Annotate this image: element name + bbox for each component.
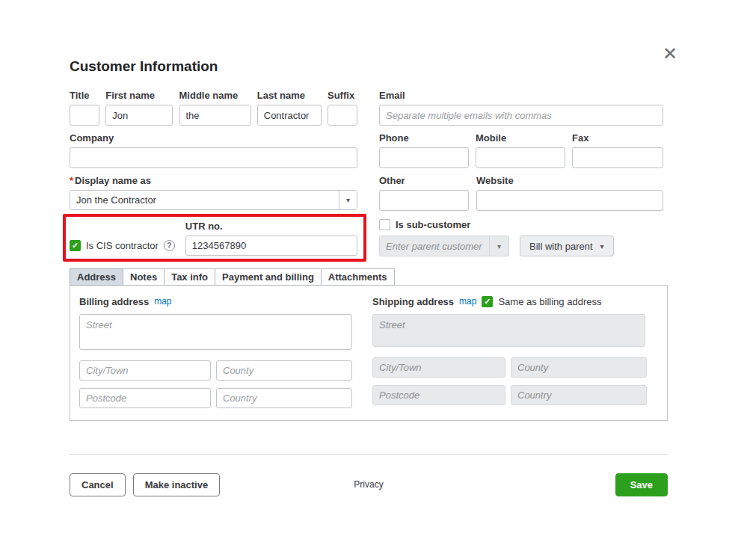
suffix-field: Suffix <box>328 90 357 126</box>
fax-label: Fax <box>572 132 663 144</box>
display-name-label: *Display name as <box>70 175 357 186</box>
cis-checkbox-group: ✓ Is CIS contractor ? <box>70 236 175 256</box>
billing-address-grid <box>79 360 362 408</box>
billing-address-column: Billing address map <box>79 295 362 408</box>
phone-field: Phone <box>379 132 469 168</box>
middle-name-field: Middle name <box>179 90 251 126</box>
sub-customer-checkbox[interactable] <box>379 219 390 230</box>
email-label: Email <box>379 90 663 101</box>
other-website-row: Other Website <box>379 175 663 211</box>
sub-customer-checkbox-group: Is sub-customer <box>379 219 663 230</box>
shipping-map-link[interactable]: map <box>459 296 476 307</box>
website-field: Website <box>476 175 663 211</box>
phone-label: Phone <box>379 132 469 144</box>
website-input[interactable] <box>476 190 663 211</box>
dialog-footer: Cancel Make inactive Privacy Save <box>70 473 668 496</box>
cancel-button[interactable]: Cancel <box>70 473 126 496</box>
display-name-field: *Display name as Jon the Contractor ▾ <box>70 175 357 211</box>
shipping-country-input <box>511 385 647 405</box>
shipping-street-input <box>372 314 645 347</box>
other-input[interactable] <box>379 190 469 211</box>
shipping-address-column: Shipping address map ✓ Same as billing a… <box>372 295 658 408</box>
shipping-address-title: Shipping address <box>372 296 454 307</box>
shipping-address-header: Shipping address map ✓ Same as billing a… <box>372 295 658 308</box>
title-field: Title <box>70 90 99 126</box>
billing-map-link[interactable]: map <box>154 296 171 307</box>
billing-country-input[interactable] <box>216 388 352 408</box>
fax-field: Fax <box>572 132 663 168</box>
other-label: Other <box>379 175 469 186</box>
billing-address-header: Billing address map <box>79 295 362 308</box>
display-name-label-text: Display name as <box>75 175 151 186</box>
sub-customer-label: Is sub-customer <box>396 219 470 230</box>
privacy-link[interactable]: Privacy <box>354 479 383 490</box>
mobile-field: Mobile <box>476 132 565 168</box>
middle-name-label: Middle name <box>179 90 251 101</box>
billing-city-input[interactable] <box>79 360 211 381</box>
last-name-field: Last name <box>257 90 322 126</box>
save-button[interactable]: Save <box>615 473 668 496</box>
title-input[interactable] <box>70 105 99 126</box>
first-name-label: First name <box>105 90 173 101</box>
cis-section: ✓ Is CIS contractor ? UTR no. <box>70 221 357 256</box>
billing-county-input[interactable] <box>216 360 352 381</box>
same-as-billing-checkbox[interactable]: ✓ <box>482 296 493 307</box>
customer-information-dialog: ✕ Customer Information Title First name … <box>0 0 747 560</box>
customer-form: Title First name Middle name Last name S… <box>70 90 668 256</box>
shipping-city-input <box>372 357 505 378</box>
make-inactive-button[interactable]: Make inactive <box>133 473 221 496</box>
last-name-label: Last name <box>257 90 322 101</box>
shipping-county-input <box>511 357 647 378</box>
chevron-down-icon: ▾ <box>600 242 604 250</box>
required-asterisk: * <box>70 175 73 186</box>
first-name-input[interactable] <box>105 105 173 126</box>
phone-input[interactable] <box>379 147 469 168</box>
dialog-body: Customer Information Title First name Mi… <box>70 58 668 496</box>
same-as-billing-label: Same as billing address <box>498 296 601 307</box>
address-tab-bar: Address Notes Tax info Payment and billi… <box>70 268 668 286</box>
phone-row: Phone Mobile Fax <box>379 132 663 168</box>
utr-label: UTR no. <box>185 221 357 232</box>
email-field: Email <box>379 90 663 126</box>
shipping-postcode-input <box>372 385 505 405</box>
shipping-address-grid <box>372 357 658 405</box>
chevron-down-icon: ▾ <box>490 236 509 256</box>
company-label: Company <box>70 132 357 144</box>
tab-address[interactable]: Address <box>70 268 123 286</box>
billing-postcode-input[interactable] <box>79 388 211 408</box>
display-name-select[interactable]: Jon the Contractor ▾ <box>70 190 357 210</box>
other-field: Other <box>379 175 469 211</box>
chevron-down-icon[interactable]: ▾ <box>339 191 357 209</box>
last-name-input[interactable] <box>257 105 322 126</box>
help-icon[interactable]: ? <box>164 240 175 251</box>
parent-customer-input <box>379 236 490 256</box>
name-fields-row: Title First name Middle name Last name S… <box>70 90 357 126</box>
middle-name-input[interactable] <box>179 105 251 126</box>
mobile-input[interactable] <box>476 147 565 168</box>
company-field: Company <box>70 132 357 168</box>
fax-input[interactable] <box>572 147 663 168</box>
billing-street-input[interactable] <box>79 314 352 350</box>
utr-input[interactable] <box>185 236 357 256</box>
title-label: Title <box>70 90 99 101</box>
suffix-input[interactable] <box>328 105 357 126</box>
parent-customer-row: ▾ Bill with parent ▾ <box>379 236 663 256</box>
address-panel: Billing address map Shipping address map… <box>70 285 668 421</box>
website-label: Website <box>476 175 663 186</box>
dialog-title: Customer Information <box>70 58 668 75</box>
display-name-value: Jon the Contractor <box>70 191 339 209</box>
first-name-field: First name <box>105 90 173 126</box>
email-input[interactable] <box>379 105 663 126</box>
company-input[interactable] <box>70 147 357 168</box>
parent-customer-combo: ▾ <box>379 236 509 256</box>
tab-payment-and-billing[interactable]: Payment and billing <box>215 268 322 286</box>
tab-attachments[interactable]: Attachments <box>321 268 395 286</box>
tab-tax-info[interactable]: Tax info <box>164 268 215 286</box>
footer-divider <box>70 454 668 455</box>
billing-address-title: Billing address <box>79 296 149 307</box>
tab-notes[interactable]: Notes <box>123 268 165 286</box>
cis-contractor-label: Is CIS contractor <box>86 240 159 251</box>
cis-inner: ✓ Is CIS contractor ? UTR no. <box>70 221 357 256</box>
cis-contractor-checkbox[interactable]: ✓ <box>70 240 81 251</box>
bill-with-parent-dropdown[interactable]: Bill with parent ▾ <box>520 236 614 256</box>
